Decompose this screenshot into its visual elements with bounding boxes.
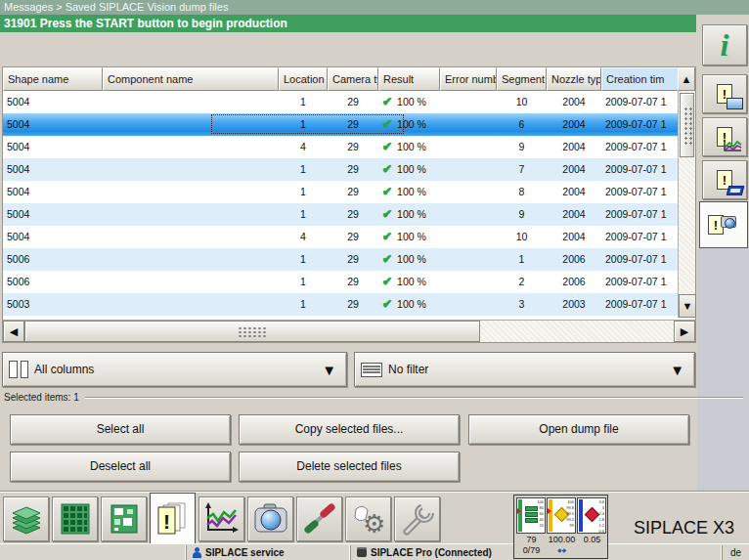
- boards-stack-icon: [525, 506, 538, 526]
- taskbar-item-label: SIPLACE service: [205, 547, 285, 558]
- vision-camera-icon: [251, 501, 290, 537]
- cell-result: ✔100 %: [378, 136, 440, 158]
- scrollbar-grip: [683, 107, 692, 146]
- manual-operation-button[interactable]: ⚙: [345, 496, 391, 541]
- cell-shape-name: 5004: [3, 158, 103, 181]
- taskbar-item-siplace-pro[interactable]: SIPLACE Pro (Connected): [350, 545, 514, 560]
- column-header-creation-tim[interactable]: Creation tim: [601, 67, 680, 91]
- column-header-nozzle-type[interactable]: Nozzle type: [547, 67, 601, 91]
- filter-dropdown-label: No filter: [382, 363, 670, 376]
- cell-camera-type: 29: [328, 203, 378, 226]
- scroll-right-button[interactable]: ▶: [674, 321, 695, 342]
- table-row[interactable]: 5004129✔100 %720042009-07-07 1: [3, 158, 680, 181]
- column-header-camera-type[interactable]: Camera type: [328, 67, 378, 91]
- column-header-result[interactable]: Result: [378, 67, 440, 91]
- cell-creation-time: 2009-07-07 1: [601, 91, 680, 113]
- table-row[interactable]: 5004429✔100 %1020042009-07-07 1: [3, 226, 680, 248]
- select-all-button[interactable]: Select all: [10, 414, 231, 445]
- cell-location: 4: [279, 136, 328, 158]
- cell-creation-time: 2009-07-07 1: [601, 293, 680, 316]
- repair-tool-icon: [300, 501, 339, 537]
- info-icon: i: [721, 30, 729, 60]
- open-dump-file-button[interactable]: Open dump file: [468, 414, 689, 445]
- machine-status-panel[interactable]: 100 80 60 40 20 100 99.8 99.5 99.2 99 3.…: [513, 495, 608, 559]
- scroll-up-button[interactable]: ▲: [678, 67, 695, 91]
- messages-log-button[interactable]: !: [702, 160, 747, 199]
- scroll-down-button[interactable]: ▼: [679, 294, 696, 318]
- column-header-component-name[interactable]: Component name: [103, 67, 279, 91]
- taskbar-item-siplace-service[interactable]: SIPLACE service: [186, 545, 350, 560]
- cell-component-name: [103, 226, 279, 248]
- column-header-error-number[interactable]: Error number: [440, 67, 497, 91]
- messages-button[interactable]: !: [150, 493, 196, 544]
- cell-result: ✔100 %: [378, 271, 440, 293]
- cell-nozzle-type: 2004: [547, 158, 601, 181]
- board-button[interactable]: [101, 496, 147, 541]
- boards-gauge: 100 80 60 40 20: [516, 497, 546, 534]
- vertical-scrollbar[interactable]: ▼: [678, 91, 695, 318]
- deselect-all-button[interactable]: Deselect all: [10, 452, 231, 482]
- horizontal-scrollbar-thumb[interactable]: [24, 321, 480, 342]
- columns-dropdown[interactable]: All columns ▼: [2, 352, 347, 387]
- table-row[interactable]: 5004129✔100 %920042009-07-07 1: [3, 203, 680, 226]
- right-panel-strip: [697, 248, 749, 491]
- table-header-row: Shape nameComponent nameLocationCamera t…: [3, 67, 680, 91]
- column-header-location[interactable]: Location: [279, 67, 328, 91]
- result-check-icon: ✔: [382, 162, 392, 176]
- column-header-segment[interactable]: Segment: [497, 67, 547, 91]
- cell-error-number: [440, 181, 497, 203]
- cell-camera-type: 29: [328, 181, 378, 203]
- cell-segment: 9: [497, 203, 547, 226]
- delete-selected-files-button[interactable]: Delete selected files: [239, 452, 460, 482]
- messages-statistics-button[interactable]: !: [702, 117, 747, 156]
- cell-camera-type: 29: [328, 91, 378, 113]
- breadcrumb: Messages > Saved SIPLACE Vision dump fil…: [0, 0, 749, 15]
- dropdown-arrow-icon: ▼: [322, 362, 336, 378]
- line-overview-button[interactable]: [3, 496, 49, 541]
- cell-component-name: [103, 136, 279, 158]
- table-row[interactable]: 5006129✔100 %120062009-07-07 1: [3, 248, 680, 271]
- cell-location: 1: [279, 181, 328, 203]
- table-row[interactable]: 5004429✔100 %920042009-07-07 1: [3, 136, 680, 158]
- table-row[interactable]: 5004129✔100 %820042009-07-07 1: [3, 181, 680, 203]
- cell-shape-name: 5004: [3, 181, 103, 203]
- service-button[interactable]: [394, 496, 440, 541]
- info-button[interactable]: i: [702, 24, 747, 65]
- cell-segment: 10: [497, 91, 547, 113]
- cell-error-number: [440, 91, 497, 113]
- table-row[interactable]: 5006129✔100 %220062009-07-07 1: [3, 271, 680, 293]
- cell-component-name: [103, 293, 279, 316]
- language-indicator[interactable]: de: [722, 545, 749, 560]
- scrollbar-track[interactable]: [480, 321, 674, 342]
- vision-dump-files-button[interactable]: !: [699, 201, 748, 248]
- cell-shape-name: 5004: [3, 91, 103, 113]
- table-row[interactable]: 5004129✔100 %1020042009-07-07 1: [3, 91, 680, 113]
- selection-status: Selected items: 1: [4, 392, 743, 403]
- cell-nozzle-type: 2004: [547, 136, 601, 158]
- feeder-modules-button[interactable]: [52, 496, 98, 541]
- taskbar-item-label: SIPLACE Pro (Connected): [371, 547, 492, 558]
- vertical-scrollbar-thumb[interactable]: [680, 93, 694, 157]
- filter-dropdown[interactable]: No filter ▼: [354, 352, 695, 387]
- repair-tool-button[interactable]: [296, 496, 342, 541]
- table-row[interactable]: 5003129✔100 %320032009-07-07 1: [3, 293, 680, 316]
- cell-shape-name: 5004: [3, 136, 103, 158]
- copy-selected-files-button[interactable]: Copy selected files...: [239, 414, 460, 445]
- table-row[interactable]: 5004129✔100 %620042009-07-07 1: [3, 113, 680, 136]
- statistics-button[interactable]: [198, 496, 244, 541]
- cell-error-number: [440, 293, 497, 316]
- vision-button[interactable]: [247, 496, 293, 541]
- columns-dropdown-label: All columns: [28, 363, 322, 376]
- messages-screen-button[interactable]: !: [702, 74, 747, 113]
- column-header-shape-name[interactable]: Shape name: [3, 67, 103, 91]
- cell-error-number: [440, 203, 497, 226]
- cell-location: 1: [279, 248, 328, 271]
- scroll-left-button[interactable]: ◀: [3, 321, 24, 342]
- horizontal-scrollbar[interactable]: ◀ ▶: [3, 320, 695, 342]
- cell-creation-time: 2009-07-07 1: [601, 136, 680, 158]
- result-check-icon: ✔: [382, 185, 392, 198]
- line-overview-icon: [7, 501, 46, 537]
- cell-location: 1: [279, 271, 328, 293]
- cell-camera-type: 29: [328, 271, 378, 293]
- cell-location: 1: [279, 91, 328, 113]
